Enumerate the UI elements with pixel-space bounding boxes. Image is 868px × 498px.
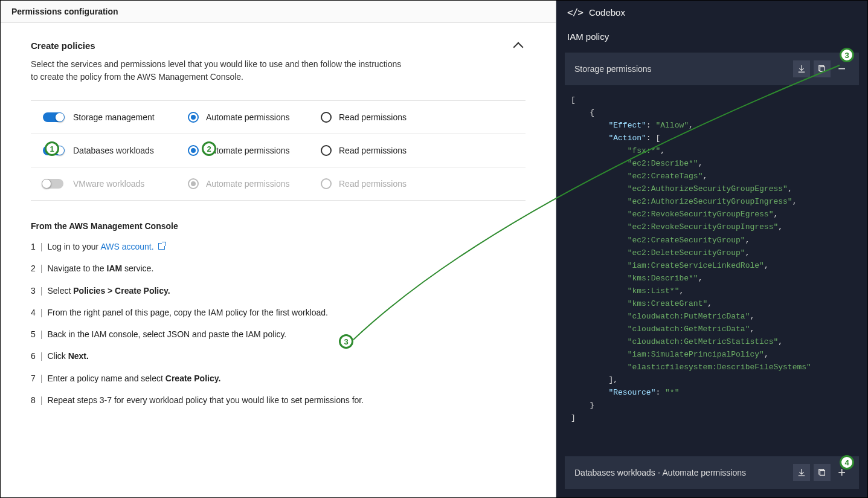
copy-icon[interactable] (814, 60, 831, 77)
radio-label: Automate permissions (206, 179, 290, 189)
radio-label: Automate permissions (206, 146, 290, 155)
step-3: 3| Select Policies > Create Policy. (31, 285, 526, 297)
radio-databases-read[interactable] (321, 145, 332, 156)
aws-account-link[interactable]: AWS account. (100, 242, 153, 251)
callout-1: 1 (45, 141, 59, 156)
radio-label: Read permissions (339, 179, 407, 189)
download-icon[interactable] (793, 464, 810, 481)
service-label: Databases workloads (73, 146, 154, 155)
code-block[interactable]: [ { "Effect": "Allow", "Action": [ "fsx:… (565, 90, 859, 448)
create-policies-title: Create policies (31, 40, 95, 51)
service-row-storage: Storage management Automate permissions … (31, 100, 526, 134)
step-2: 2| Navigate to the IAM service. (31, 262, 526, 274)
svg-rect-0 (820, 67, 825, 72)
codebox-panel: </> Codebox IAM policy Storage permissio… (556, 1, 867, 497)
step-4: 4| From the right panel of this page, co… (31, 306, 526, 319)
callout-2: 2 (202, 141, 216, 156)
panel-content: Create policies Select the services and … (1, 23, 556, 497)
storage-permissions-bar: Storage permissions − (565, 53, 859, 85)
radio-label: Read permissions (339, 112, 407, 122)
svg-rect-1 (820, 471, 825, 476)
chevron-up-icon[interactable] (515, 40, 526, 51)
permissions-panel: Permissions configuration Create policie… (1, 1, 556, 497)
toggle-vmware[interactable] (43, 179, 63, 189)
download-icon[interactable] (793, 60, 810, 77)
toggle-storage[interactable] (43, 112, 63, 122)
databases-workloads-bar: Databases workloads - Automate permissio… (565, 456, 859, 489)
callout-4: 4 (840, 455, 854, 470)
service-row-databases: Databases workloads Automate permissions… (31, 134, 526, 167)
service-label: VMware workloads (73, 179, 144, 189)
radio-label: Read permissions (339, 146, 407, 155)
radio-label: Automate permissions (206, 112, 290, 122)
radio-databases-automate[interactable] (188, 145, 199, 156)
panel-header: Permissions configuration (1, 1, 556, 23)
create-policies-description: Select the services and permissions leve… (31, 58, 526, 83)
step-5: 5| Back in the IAM console, select JSON … (31, 328, 526, 340)
callout-3b: 3 (840, 48, 854, 62)
step-8: 8| Repeat steps 3-7 for every workload p… (31, 394, 526, 406)
service-label: Storage management (73, 112, 155, 122)
iam-policy-title: IAM policy (556, 24, 867, 53)
copy-icon[interactable] (814, 464, 831, 481)
codebox-header: </> Codebox (556, 1, 867, 24)
code-icon: </> (567, 7, 583, 18)
radio-storage-automate[interactable] (188, 112, 199, 123)
instructions-header: From the AWS Management Console (31, 221, 526, 231)
step-1: 1| Log in to your AWS account. (31, 241, 526, 253)
step-7: 7| Enter a policy name and select Create… (31, 372, 526, 384)
radio-vmware-read (321, 178, 332, 189)
step-6: 6| Click Next. (31, 350, 526, 362)
external-link-icon (158, 243, 165, 250)
radio-storage-read[interactable] (321, 112, 332, 123)
service-row-vmware: VMware workloads Automate permissions Re… (31, 167, 526, 201)
service-list: Storage management Automate permissions … (31, 100, 526, 201)
callout-3a: 3 (339, 334, 353, 349)
radio-vmware-automate (188, 178, 199, 189)
collapse-icon[interactable]: − (834, 61, 849, 77)
